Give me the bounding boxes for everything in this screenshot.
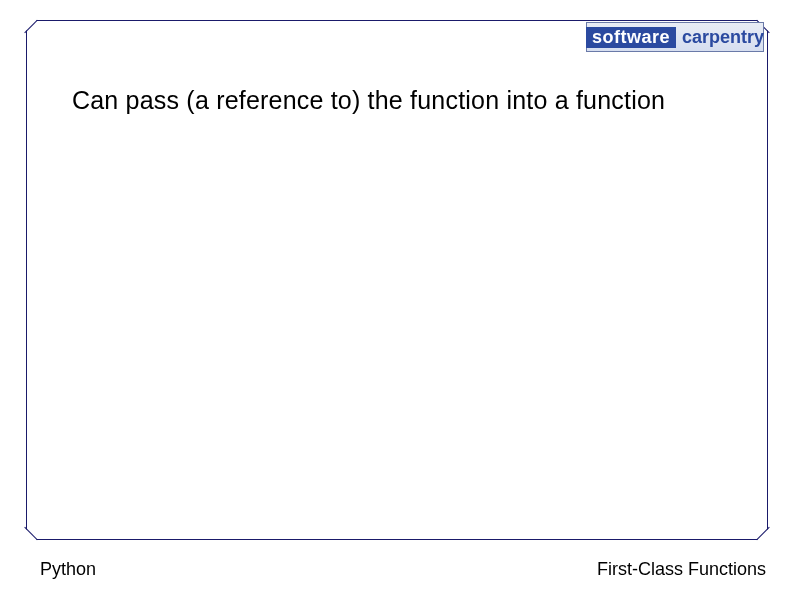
logo-word-software: software	[586, 27, 676, 48]
slide: software carpentry Can pass (a reference…	[0, 0, 794, 595]
software-carpentry-logo: software carpentry	[586, 22, 764, 52]
slide-headline: Can pass (a reference to) the function i…	[72, 86, 665, 115]
logo-word-carpentry: carpentry	[682, 28, 764, 46]
footer-right: First-Class Functions	[597, 559, 766, 580]
footer-left: Python	[40, 559, 96, 580]
